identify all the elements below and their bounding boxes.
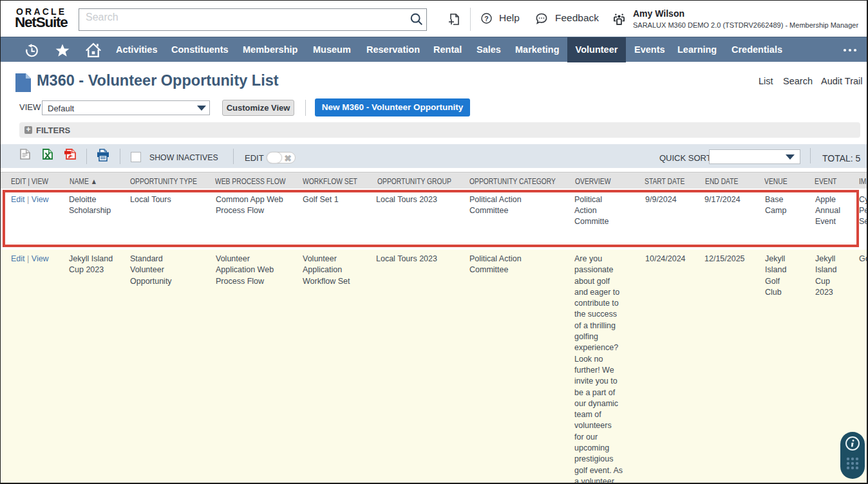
svg-text:?: ? <box>484 15 488 23</box>
